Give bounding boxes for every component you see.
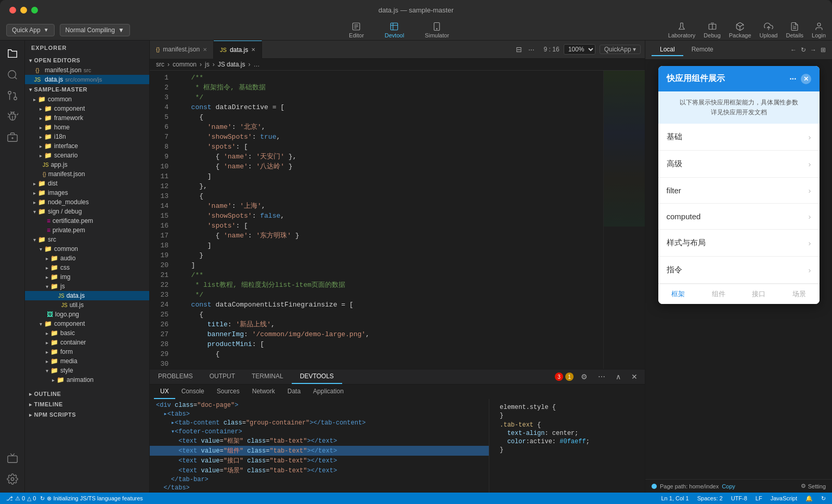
breadcrumb-src[interactable]: src [156, 61, 164, 68]
tree-item-node-modules[interactable]: ▸ 📁 node_modules [25, 197, 149, 207]
device-nav-framework[interactable]: 框架 [658, 284, 699, 304]
line-ending-item[interactable]: LF [756, 495, 762, 501]
tree-item-component-folder[interactable]: ▾ 📁 component [25, 319, 149, 328]
setting-button[interactable]: ⚙ Setting [801, 483, 826, 489]
activity-search-icon[interactable] [3, 65, 22, 84]
more-actions-icon[interactable]: ⋯ [595, 372, 608, 382]
preview-tab-remote[interactable]: Remote [683, 44, 722, 56]
tree-item-scenario[interactable]: ▸ 📁 scenario [25, 151, 149, 160]
quick-app-selector[interactable]: QuickApp ▾ [600, 45, 641, 54]
timeline-section[interactable]: ▸ TIMELINE [25, 399, 149, 409]
devtools-tab-ux[interactable]: UX [154, 384, 175, 399]
cursor-position-item[interactable]: Ln 1, Col 1 [661, 495, 689, 501]
tree-item-i18n[interactable]: ▸ 📁 i18n [25, 132, 149, 141]
simulator-tool-button[interactable]: Simulator [414, 20, 459, 41]
device-menu-item[interactable]: filter › [658, 178, 820, 204]
device-menu-item[interactable]: 基础 › [658, 124, 820, 151]
tree-item-audio[interactable]: ▸ 📁 audio [25, 254, 149, 263]
tab-data-js[interactable]: JS data.js ✕ [214, 41, 262, 59]
tree-item-animation[interactable]: ▸ 📁 animation [25, 375, 149, 384]
tree-item-images[interactable]: ▸ 📁 images [25, 188, 149, 197]
code-editor[interactable]: 1234567891011121314151617181920212223242… [150, 71, 645, 369]
upload-button[interactable]: Upload [760, 22, 778, 38]
tree-item-src-common[interactable]: ▾ 📁 common [25, 244, 149, 254]
minimize-button[interactable] [20, 7, 27, 14]
device-menu-item[interactable]: 样式与布局 › [658, 230, 820, 257]
tree-item-framework[interactable]: ▸ 📁 framework [25, 113, 149, 123]
tree-item-certificate[interactable]: ≡ certificate.pem [25, 216, 149, 226]
outline-section[interactable]: ▸ OUTLINE [25, 389, 149, 399]
tree-item-private[interactable]: ≡ private.pem [25, 226, 149, 235]
tree-item-home[interactable]: ▸ 📁 home [25, 123, 149, 132]
code-content[interactable]: /** * 框架指令, 基础数据 */ const dataDirective … [175, 71, 603, 369]
panel-tab-devtools[interactable]: DEVTOOLS [292, 369, 342, 384]
tree-item-container[interactable]: ▸ 📁 container [25, 338, 149, 347]
devtools-tab-network[interactable]: Network [246, 384, 281, 399]
tree-item-media[interactable]: ▸ 📁 media [25, 356, 149, 366]
tree-item-css[interactable]: ▸ 📁 css [25, 263, 149, 272]
panel-tab-terminal[interactable]: TERMINAL [243, 369, 292, 384]
tree-item-data-js[interactable]: JS data.js [25, 291, 149, 300]
panel-dom-tree[interactable]: <div class="doc-page"> ▸<tabs> ▸<tab-con… [150, 399, 489, 493]
notifications-item[interactable]: 🔔 [805, 495, 813, 502]
tree-item-appjs[interactable]: JS app.js [25, 160, 149, 169]
maximize-button[interactable] [31, 7, 38, 14]
compile-button[interactable]: Normal Compiling ▼ [60, 24, 130, 36]
tree-item-form[interactable]: ▸ 📁 form [25, 347, 149, 356]
more-actions-button[interactable]: ··· [527, 44, 536, 55]
git-branch-item[interactable]: ⎇ ⚠ 0 △ 0 [6, 495, 36, 502]
tree-item-logo[interactable]: 🖼 logo.png [25, 310, 149, 319]
encoding-item[interactable]: UTF-8 [731, 495, 747, 501]
panel-tab-output[interactable]: OUTPUT [201, 369, 243, 384]
refresh-button[interactable]: ↻ [801, 46, 806, 54]
device-menu-item[interactable]: 高级 › [658, 151, 820, 178]
device-menu-item[interactable]: 指令 › [658, 257, 820, 284]
sync-item[interactable]: ↻ [821, 495, 826, 502]
tab-manifest-json[interactable]: {} manifest.json ✕ [150, 41, 214, 59]
split-editor-button[interactable]: ⊟ [515, 44, 523, 55]
copy-button[interactable]: Copy [722, 483, 735, 489]
panel-tab-problems[interactable]: PROBLEMS [150, 369, 201, 384]
open-file-manifest[interactable]: {} manifest.json src ✕ [25, 65, 149, 75]
panel-up-button[interactable]: ∧ [613, 372, 624, 382]
editor-tool-button[interactable]: Editor [339, 20, 374, 41]
device-nav-interface[interactable]: 接口 [739, 284, 779, 304]
quick-app-button[interactable]: Quick App ▼ [6, 24, 55, 36]
more-icon[interactable]: ··· [789, 74, 796, 84]
prev-page-button[interactable]: ← [790, 46, 797, 54]
laboratory-button[interactable]: Laboratory [668, 22, 696, 38]
close-icon[interactable]: ✕ [203, 47, 207, 52]
npm-scripts-section[interactable]: ▸ NPM SCRIPTS [25, 409, 149, 420]
activity-settings-icon[interactable] [3, 470, 22, 488]
status-init-item[interactable]: ↻ ⊗ Initializing JS/TS language features [40, 495, 143, 502]
tree-item-component[interactable]: ▸ 📁 component [25, 104, 149, 113]
tree-item-sign-debug[interactable]: ▾ 📁 sign / debug [25, 207, 149, 216]
package-button[interactable]: Package [729, 22, 751, 38]
tree-item-interface[interactable]: ▸ 📁 interface [25, 141, 149, 151]
tree-item-src[interactable]: ▾ 📁 src [25, 235, 149, 244]
open-file-data-js[interactable]: JS data.js src/common/js ✕ [25, 75, 149, 84]
activity-bug-icon[interactable] [3, 107, 22, 126]
activity-explorer-icon[interactable] [3, 45, 22, 63]
breadcrumb-more[interactable]: … [253, 61, 259, 68]
panel-line-selected[interactable]: <text value="组件" class="tab-text"></text… [150, 446, 489, 456]
breadcrumb-js[interactable]: js [205, 61, 210, 68]
activity-git-icon[interactable] [3, 86, 22, 105]
devtool-tool-button[interactable]: Devtool [374, 20, 414, 41]
tree-item-common[interactable]: ▸ 📁 common [25, 95, 149, 104]
tree-item-basic[interactable]: ▸ 📁 basic [25, 328, 149, 338]
activity-extensions-icon[interactable] [3, 128, 22, 147]
device-menu-item[interactable]: computed › [658, 204, 820, 230]
device-nav-component[interactable]: 组件 [698, 284, 739, 304]
devtools-tab-data[interactable]: Data [281, 384, 307, 399]
sample-master-section[interactable]: ▾ SAMPLE-MASTER [25, 84, 149, 95]
login-button[interactable]: Login [812, 22, 826, 38]
devtools-tab-application[interactable]: Application [307, 384, 350, 399]
device-nav-scenario[interactable]: 场景 [779, 284, 820, 304]
breadcrumb-common[interactable]: common [173, 61, 197, 68]
open-editors-section[interactable]: ▾ OPEN EDITORS [25, 55, 149, 65]
devtools-tab-sources[interactable]: Sources [211, 384, 246, 399]
details-button[interactable]: Details [786, 22, 803, 38]
tree-item-dist[interactable]: ▸ 📁 dist [25, 179, 149, 188]
close-icon[interactable]: ✕ [801, 74, 811, 84]
